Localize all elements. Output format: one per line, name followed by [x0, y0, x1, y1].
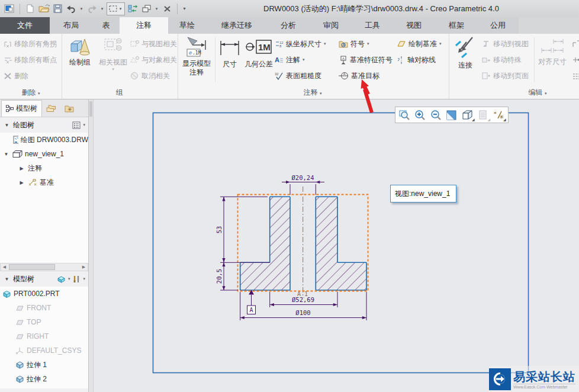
- panel-splitter[interactable]: [89, 99, 94, 392]
- tree-item-extrude-2[interactable]: 拉伸 2: [0, 372, 88, 386]
- tree-item-view[interactable]: ▼ new_view_1: [0, 147, 88, 161]
- tabs-filler: [519, 17, 579, 34]
- divider: [20, 4, 20, 14]
- tree-settings-icon[interactable]: [72, 121, 81, 129]
- clipped-ribbon-icon[interactable]: [572, 54, 579, 65]
- svg-text:A: A: [275, 56, 279, 63]
- tab-framework[interactable]: 框架: [436, 17, 477, 34]
- move-to-view-button: 移动到视图: [482, 38, 529, 49]
- repaint-icon[interactable]: [445, 108, 459, 122]
- tree-item-top[interactable]: TOP: [0, 315, 88, 329]
- undo-dropdown-icon[interactable]: ▾: [79, 7, 84, 11]
- saved-views-icon[interactable]: ◢: [461, 108, 475, 122]
- expand-icon[interactable]: ▶: [18, 166, 25, 171]
- scroll-right-icon[interactable]: ▶: [80, 265, 88, 269]
- geometric-tolerance-button[interactable]: 1M 几何公差: [244, 38, 274, 69]
- tree-item-front[interactable]: FRONT: [0, 301, 88, 315]
- new-file-icon[interactable]: [24, 2, 36, 15]
- tree-item-extrude-1[interactable]: 拉伸 1: [0, 358, 88, 372]
- dimension-boss-height[interactable]: 53: [215, 197, 271, 262]
- zoom-in-icon[interactable]: [413, 108, 427, 122]
- tab-folder-browser[interactable]: [42, 100, 60, 117]
- ordinate-dimension-button[interactable]: 128 纵坐标尺寸▾: [275, 38, 326, 49]
- app-window-icon[interactable]: [4, 2, 15, 15]
- dropdown-arrow-icon[interactable]: ▾: [83, 277, 85, 281]
- graphics-area[interactable]: A_1 Ø20,24 53: [94, 99, 579, 392]
- tab-view[interactable]: 视图: [392, 17, 436, 34]
- undo-icon[interactable]: [65, 2, 77, 15]
- tree-item-part[interactable]: PRT0002.PRT: [0, 287, 88, 301]
- splitter-handle[interactable]: [89, 101, 92, 117]
- tab-analysis[interactable]: 分析: [268, 17, 309, 34]
- tab-favorites[interactable]: ✳: [60, 100, 78, 117]
- drawing-sheet[interactable]: A_1 Ø20,24 53: [94, 99, 579, 392]
- regenerate-icon[interactable]: [127, 2, 139, 15]
- tab-table[interactable]: 表: [92, 17, 120, 34]
- sheets-icon: ◢: [476, 108, 490, 122]
- datum-feature-symbol[interactable]: A: [247, 290, 256, 314]
- tab-legacy-migration[interactable]: 继承迁移: [206, 17, 268, 34]
- expand-icon[interactable]: ▼: [2, 152, 10, 157]
- symbol-button[interactable]: A 符号▾: [339, 38, 369, 49]
- customize-toolbar-icon[interactable]: ▾: [182, 6, 187, 11]
- dropdown-arrow-icon[interactable]: ▾: [83, 123, 85, 127]
- draw-datum-button[interactable]: 绘制基准▾: [397, 38, 442, 49]
- watermark-logo-icon: [489, 368, 511, 390]
- move-to-sheet-icon: [482, 72, 491, 80]
- surface-finish-button[interactable]: 32 表面粗糙度: [275, 70, 321, 81]
- model-tree: PRT0002.PRT FRONT TOP RIGHT DEFAULT_CSYS…: [0, 287, 88, 388]
- group-label-delete[interactable]: 删除 ▾: [6, 88, 56, 97]
- dropdown-arrow-icon: ▾: [320, 91, 322, 95]
- scroll-left-icon[interactable]: ◀: [1, 265, 8, 269]
- tab-sketch[interactable]: 草绘: [168, 17, 206, 34]
- tab-tools[interactable]: 工具: [353, 17, 392, 34]
- windows-icon[interactable]: [140, 2, 152, 15]
- dimension-button[interactable]: 尺寸: [217, 38, 243, 69]
- tab-annotate[interactable]: 注释: [120, 17, 168, 34]
- tree-tools-icon[interactable]: [72, 275, 81, 283]
- geometric-tolerance-icon: 1M: [245, 38, 272, 60]
- dimension-flange-height[interactable]: 20,5: [215, 262, 239, 290]
- tree-item-right[interactable]: RIGHT: [0, 329, 88, 343]
- expand-icon[interactable]: ▶: [18, 180, 25, 185]
- dropdown-arrow-icon[interactable]: ▾: [68, 277, 70, 281]
- drawing-tree-hscrollbar[interactable]: ◀ ▶: [0, 263, 88, 271]
- svg-text:A: A: [343, 72, 346, 76]
- ribbon: 移除所有角拐 移除所有断点 删除 删除 ▾ 绘制组: [0, 34, 579, 99]
- clipped-ribbon-icon[interactable]: [572, 70, 579, 81]
- open-file-icon[interactable]: [38, 2, 50, 15]
- scrollbar-thumb[interactable]: [9, 264, 55, 270]
- datum-display-icon[interactable]: ×✳ ◢: [492, 108, 506, 122]
- group-label-group[interactable]: 组: [95, 88, 144, 97]
- tree-item-datums[interactable]: ▶ 基准: [0, 175, 88, 189]
- symmetry-line-button[interactable]: 轴对称线: [397, 54, 436, 65]
- tab-model-tree[interactable]: 模型树: [1, 100, 42, 117]
- draw-group-button[interactable]: 绘制组: [64, 36, 96, 67]
- tab-file[interactable]: 文件: [0, 17, 50, 34]
- datum-feature-symbol-button[interactable]: A 基准特征符号: [339, 54, 393, 65]
- tree-item-annotations[interactable]: ▶ 注释: [0, 161, 88, 175]
- tab-common[interactable]: 公用: [477, 17, 519, 34]
- group-label-edit[interactable]: 编辑 ▾: [513, 88, 562, 97]
- show-model-annotations-button[interactable]: ⌀ .1M 显示模型 注释: [179, 36, 214, 77]
- tree-item-csys[interactable]: DEFAULT_CSYS: [0, 343, 88, 358]
- windows-dropdown-icon[interactable]: ▾: [154, 7, 159, 11]
- tab-review[interactable]: 审阅: [309, 17, 353, 34]
- watermark-subtitle: Www.Easck.Com Webmaster: [513, 384, 575, 389]
- connect-button[interactable]: 连接: [451, 35, 480, 70]
- collapse-icon[interactable]: ▼: [3, 123, 11, 128]
- note-button[interactable]: A 注解▾: [275, 54, 305, 65]
- collapse-icon[interactable]: ▼: [3, 277, 11, 282]
- zoom-box-icon[interactable]: [397, 108, 411, 122]
- svg-text:✳: ✳: [67, 107, 72, 113]
- group-label-annotate[interactable]: 注释 ▾: [288, 88, 337, 97]
- save-icon[interactable]: [52, 2, 63, 15]
- clipped-ribbon-icon[interactable]: [572, 38, 579, 49]
- red-callout-arrow-icon: [352, 76, 382, 117]
- tab-layout[interactable]: 布局: [50, 17, 92, 34]
- selection-filter-control[interactable]: ▾: [107, 2, 125, 15]
- zoom-out-icon[interactable]: [429, 108, 443, 122]
- close-window-icon[interactable]: [161, 2, 173, 15]
- tree-item-drawing[interactable]: 绘图 DRW0003.DRW: [0, 133, 88, 147]
- part-filter-icon[interactable]: [57, 275, 66, 283]
